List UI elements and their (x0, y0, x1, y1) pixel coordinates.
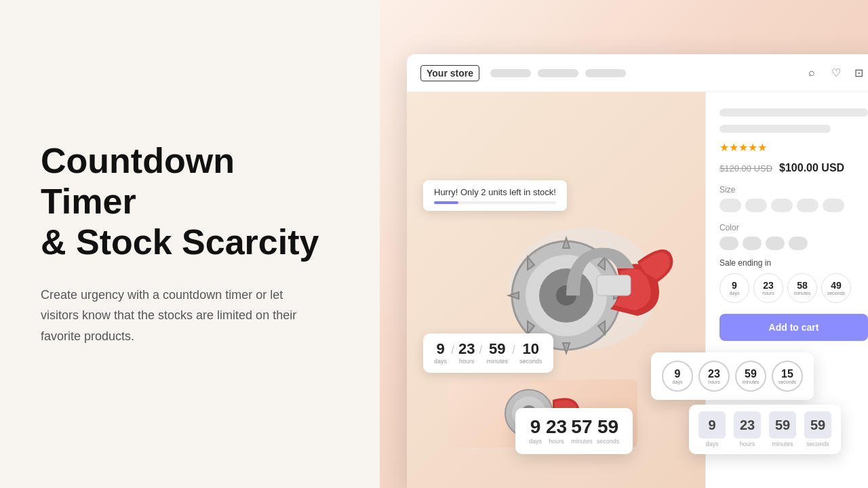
size-opt-1[interactable] (719, 199, 741, 212)
sale-days-num: 9 (732, 281, 737, 290)
cart-icon[interactable]: ⊡ (854, 66, 868, 80)
timer-seconds-num: 10 (523, 342, 539, 357)
heart-icon[interactable]: ♡ (831, 66, 845, 80)
f2-hours: 23 hours (698, 361, 730, 392)
timer-days-label: days (434, 358, 447, 365)
f3-minutes-num: 59 (775, 418, 790, 433)
size-opt-3[interactable] (771, 199, 793, 212)
size-label: Size (719, 185, 868, 195)
svg-rect-13 (597, 275, 631, 296)
sale-minutes: 58 minutes (787, 273, 817, 303)
timer-hours-label: hours (459, 358, 475, 365)
f3-hours-num: 23 (740, 418, 755, 433)
timer-minutes-num: 59 (489, 342, 505, 357)
f1-minutes: 57 minutes (571, 418, 593, 445)
f2-hours-circle: 23 hours (698, 361, 730, 392)
size-section: Size (719, 182, 868, 212)
f1-days-num: 9 (530, 418, 541, 436)
nav-pill-2 (538, 69, 578, 77)
f3-seconds-label: seconds (806, 441, 829, 447)
sale-days: 9 days (719, 273, 749, 303)
float-timer-card-2: 9 days 23 hours 59 minutes 15 seconds (651, 352, 814, 400)
f3-seconds-num: 59 (810, 418, 825, 433)
f2-hours-label: hours (708, 380, 720, 384)
size-opt-4[interactable] (797, 199, 818, 212)
f1-seconds: 59 seconds (597, 418, 620, 445)
heading-line2: & Stock Scarcity (41, 222, 319, 262)
stock-bar-fill (434, 201, 458, 204)
stock-badge: Hurry! Only 2 units left in stock! (423, 180, 567, 211)
f2-minutes-label: minutes (743, 380, 760, 384)
sale-days-lbl: days (730, 291, 740, 296)
f1-minutes-label: minutes (571, 438, 593, 445)
search-icon[interactable]: ⌕ (808, 66, 822, 80)
f3-hours: 23 hours (734, 411, 761, 447)
sale-seconds: 49 seconds (821, 273, 851, 303)
f3-minutes-label: minutes (772, 441, 793, 447)
f1-hours-num: 23 (546, 418, 567, 436)
f2-days-num: 9 (675, 369, 681, 380)
left-panel: Countdown Timer & Stock Scarcity Create … (0, 0, 380, 488)
timer-sep3: / (511, 343, 517, 357)
stock-badge-text: Hurry! Only 2 units left in stock! (434, 187, 556, 197)
description-text: Create urgency with a countdown timer or… (41, 285, 312, 347)
main-heading: Countdown Timer & Stock Scarcity (41, 141, 339, 262)
f2-minutes: 59 minutes (735, 361, 766, 392)
color-opt-2[interactable] (743, 237, 762, 250)
f3-seconds-box: 59 (804, 411, 831, 439)
f1-hours-label: hours (549, 438, 564, 445)
timer-minutes: 59 minutes (487, 342, 509, 365)
f3-hours-box: 23 (734, 411, 761, 439)
timer-minutes-label: minutes (487, 358, 509, 365)
timer-seconds-label: seconds (519, 358, 542, 365)
timer-hours: 23 hours (458, 342, 475, 365)
price-row: $120.00 USD $100.00 USD (719, 162, 868, 174)
f3-seconds: 59 seconds (804, 411, 831, 447)
color-opt-3[interactable] (766, 237, 785, 250)
price-old: $120.00 USD (719, 163, 772, 174)
f3-days-num: 9 (708, 418, 715, 433)
sale-ending-section: Sale ending in 9 days 23 hours 58 minute (719, 258, 868, 303)
svg-marker-6 (563, 343, 570, 353)
color-section: Color (719, 220, 868, 250)
f2-minutes-num: 59 (745, 369, 757, 380)
f2-seconds-circle: 15 seconds (772, 361, 803, 392)
f3-minutes-box: 59 (769, 411, 796, 439)
nav-pills (490, 69, 626, 77)
nav-pill-1 (490, 69, 531, 77)
sale-seconds-num: 49 (831, 281, 842, 290)
right-section: Your store ⌕ ♡ ⊡ Hurry! Only 2 units lef… (380, 0, 868, 488)
float-timer-card-1: 9 days 23 hours 57 minutes 59 seconds (515, 408, 633, 454)
star-rating: ★★★★★ (719, 141, 868, 154)
size-opt-2[interactable] (745, 199, 767, 212)
f3-days-label: days (705, 441, 718, 447)
title-placeholder-2 (719, 125, 831, 133)
add-to-cart-button[interactable]: Add to cart (719, 314, 868, 341)
price-new: $100.00 USD (779, 162, 844, 174)
f2-days-label: days (673, 380, 683, 384)
f3-days: 9 days (698, 411, 726, 447)
f2-seconds-label: seconds (778, 380, 796, 384)
sale-minutes-lbl: minutes (794, 291, 811, 296)
timer-sep1: / (450, 343, 456, 357)
nav-icons: ⌕ ♡ ⊡ (808, 66, 868, 80)
size-opt-5[interactable] (823, 199, 844, 212)
color-opt-4[interactable] (789, 237, 808, 250)
title-placeholder-1 (719, 108, 868, 117)
store-logo: Your store (420, 65, 479, 81)
color-opt-1[interactable] (719, 237, 738, 250)
f1-minutes-num: 57 (571, 418, 592, 436)
f2-seconds-num: 15 (781, 369, 793, 380)
nav-pill-3 (585, 69, 626, 77)
timer-days: 9 days (434, 342, 447, 365)
f1-hours: 23 hours (546, 418, 567, 445)
f2-minutes-circle: 59 minutes (735, 361, 766, 392)
f1-days: 9 days (529, 418, 542, 445)
f2-seconds: 15 seconds (772, 361, 803, 392)
stock-bar (434, 201, 556, 204)
f3-hours-label: hours (740, 441, 755, 447)
f3-days-box: 9 (698, 411, 726, 439)
sale-minutes-num: 58 (797, 281, 808, 290)
timer-sep2: / (478, 343, 484, 357)
f3-minutes: 59 minutes (769, 411, 796, 447)
